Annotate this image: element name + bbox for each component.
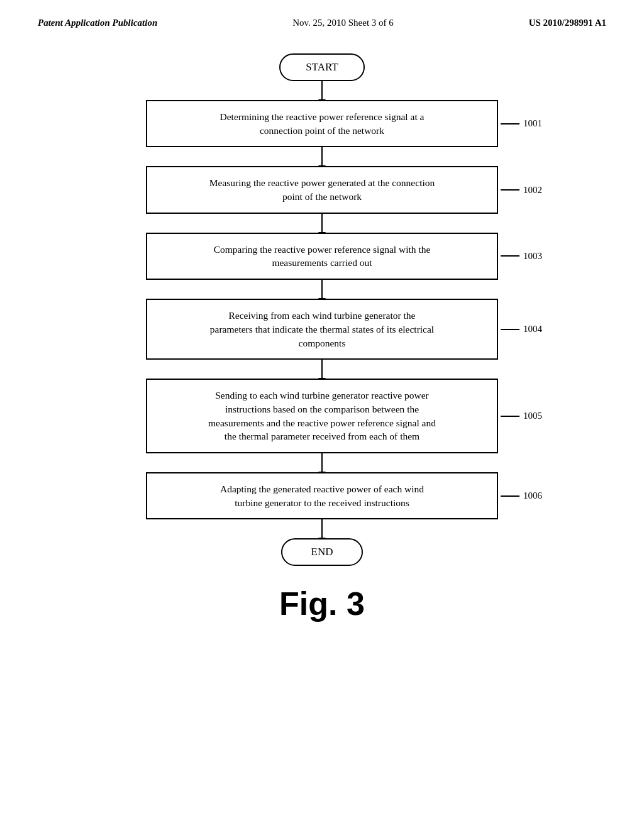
step-1006-box: Adapting the generated reactive power of… [146, 472, 498, 519]
header-right: US 2010/298991 A1 [529, 18, 606, 28]
arrow-4 [321, 280, 323, 299]
step-1005-label: 1005 [501, 411, 542, 421]
step-1002-row: Measuring the reactive power generated a… [102, 166, 542, 213]
start-node: START [102, 53, 542, 81]
figure-caption: Fig. 3 [279, 585, 365, 622]
arrow-2 [321, 147, 323, 166]
step-1005-box: Sending to each wind turbine generator r… [146, 379, 498, 453]
arrow-5 [321, 360, 323, 379]
step-1003-label: 1003 [501, 251, 542, 262]
step-1004-label: 1004 [501, 324, 542, 335]
step-1006-row: Adapting the generated reactive power of… [102, 472, 542, 519]
end-ellipse: END [281, 538, 363, 566]
header-left: Patent Application Publication [38, 18, 157, 28]
page-header: Patent Application Publication Nov. 25, … [0, 0, 644, 28]
step-1001-row: Determining the reactive power reference… [102, 100, 542, 147]
step-1002-label: 1002 [501, 185, 542, 196]
arrow-7 [321, 519, 323, 538]
diagram-container: START Determining the reactive power ref… [0, 28, 644, 622]
end-node: END [102, 538, 542, 566]
step-1005-row: Sending to each wind turbine generator r… [102, 379, 542, 453]
step-1003-row: Comparing the reactive power reference s… [102, 233, 542, 280]
step-1002-box: Measuring the reactive power generated a… [146, 166, 498, 213]
step-1001-box: Determining the reactive power reference… [146, 100, 498, 147]
arrow-6 [321, 453, 323, 472]
step-1004-box: Receiving from each wind turbine generat… [146, 299, 498, 360]
start-ellipse: START [279, 53, 364, 81]
arrow-1 [321, 81, 323, 100]
step-1006-label: 1006 [501, 490, 542, 501]
step-1004-row: Receiving from each wind turbine generat… [102, 299, 542, 360]
arrow-3 [321, 214, 323, 233]
step-1001-label: 1001 [501, 118, 542, 129]
step-1003-box: Comparing the reactive power reference s… [146, 233, 498, 280]
header-center: Nov. 25, 2010 Sheet 3 of 6 [292, 18, 394, 28]
